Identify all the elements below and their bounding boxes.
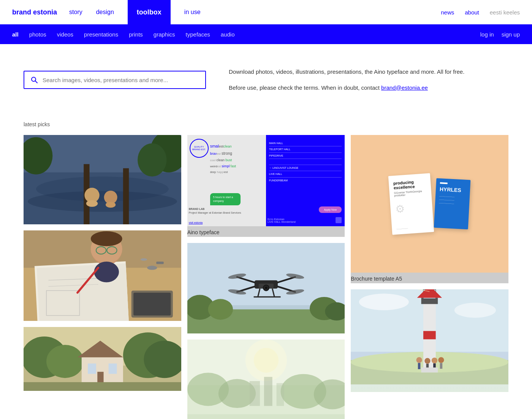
right-nav: news about eesti keeles [441,9,520,16]
photo-foggy-city [187,340,345,419]
svg-point-50 [208,299,233,320]
svg-point-27 [94,262,119,283]
list-item[interactable] [24,135,181,224]
sub-nav-left: all photos videos presentations prints g… [12,31,234,38]
item-label-aino: Aino typeface [187,226,345,237]
brochure-books: producingexcellence GGvertar TlorthGeorg… [390,175,469,233]
search-section [24,71,206,89]
svg-rect-102 [421,368,438,373]
svg-point-100 [439,357,444,363]
house-scene [24,327,181,391]
children-water-scene [24,135,181,224]
aino-bottom-right: Eстo EstonianLIVE HALL Wonderland [268,218,296,223]
svg-point-98 [432,357,437,363]
aino-design: QUALITY BRAND EST. smalestclean bravest … [187,135,345,226]
column-middle: QUALITY BRAND EST. smalestclean bravest … [187,135,345,419]
search-input-wrap[interactable] [24,71,206,89]
book-blue: HYRLES _________________________________… [434,178,470,230]
list-item[interactable]: producingexcellence GGvertar TlorthGeorg… [351,135,508,283]
description-text: Download photos, videos, illustrations, … [229,67,508,98]
svg-rect-47 [187,243,345,305]
signup-link[interactable]: sign up [502,31,520,38]
svg-point-11 [106,202,116,208]
svg-rect-45 [24,382,181,391]
svg-rect-23 [133,293,171,316]
svg-point-26 [91,231,122,246]
aino-visit: visit estonia [189,221,203,224]
brand-logo[interactable]: brand estonia [12,8,57,16]
svg-rect-81 [187,340,345,419]
subnav-typefaces[interactable]: typefaces [186,31,210,38]
photo-lighthouse [351,289,508,392]
book-white: producingexcellence GGvertar TlorthGeorg… [388,173,434,235]
description-line2: Before use, please check the terms. When… [229,83,508,93]
section-label: latest picks [24,121,508,127]
list-item[interactable] [24,230,181,321]
item-label-brochure: Brochure template A5 [351,273,508,283]
foggy-scene [187,340,345,419]
subnav-all[interactable]: all [12,31,19,38]
subnav-photos[interactable]: photos [29,31,46,38]
nav-news[interactable]: news [441,9,454,16]
aino-right-list: MAIN HALL TELEPORT HALL PIPEDRIVE → LING… [269,140,342,183]
nav-design[interactable]: design [96,9,114,16]
list-item[interactable] [24,327,181,391]
subnav-audio[interactable]: audio [221,31,235,38]
subnav-videos[interactable]: videos [57,31,73,38]
hero-row: Download photos, videos, illustrations, … [24,67,508,98]
svg-line-1 [35,81,38,83]
main-nav: story design toolbox in use [69,0,441,24]
description-line1: Download photos, videos, illustrations, … [229,67,508,77]
search-input[interactable] [43,77,199,83]
drawing-child-scene [24,230,181,321]
email-link[interactable]: brand@estonia.ee [381,84,428,91]
svg-point-85 [454,303,496,317]
svg-rect-101 [440,363,443,369]
svg-point-37 [46,345,84,378]
picks-grid: QUALITY BRAND EST. smalestclean bravest … [24,135,508,419]
photo-brochure: producingexcellence GGvertar TlorthGeorg… [351,135,508,273]
svg-rect-7 [123,168,129,224]
svg-point-96 [425,358,431,363]
subnav-prints[interactable]: prints [129,31,143,38]
svg-rect-31 [156,262,164,264]
aino-left-panel: QUALITY BRAND EST. smalestclean bravest … [187,135,266,226]
nav-story[interactable]: story [69,9,82,16]
svg-rect-42 [88,363,96,374]
nav-toolbox[interactable]: toolbox [128,0,171,24]
subnav-graphics[interactable]: graphics [154,31,175,38]
nav-about[interactable]: about [465,9,479,16]
aino-icon-block [336,217,342,223]
nav-language[interactable]: eesti keeles [490,9,520,16]
sub-nav-right: log in sign up [480,31,520,38]
main-content: Download photos, videos, illustrations, … [11,44,521,419]
svg-point-30 [141,258,147,261]
list-item[interactable]: QUALITY BRAND EST. smalestclean bravest … [187,135,345,237]
top-navigation: brand estonia story design toolbox in us… [0,0,532,24]
photo-drawing-child [24,230,181,321]
aino-bottom-left: BRAND LAB Project Manager at Estonian Br… [189,207,264,215]
subnav-presentations[interactable]: presentations [84,31,118,38]
aino-right-panel: MAIN HALL TELEPORT HALL PIPEDRIVE → LING… [266,135,345,226]
login-link[interactable]: log in [480,31,494,38]
photo-house [24,327,181,391]
search-icon [30,76,38,84]
svg-point-84 [359,294,409,310]
nav-inuse[interactable]: in use [184,9,201,16]
svg-point-94 [416,357,422,363]
svg-point-29 [147,266,157,270]
drone-scene [187,243,345,333]
sub-navigation: all photos videos presentations prints g… [0,24,532,44]
column-right: producingexcellence GGvertar TlorthGeorg… [351,135,508,419]
aino-wordcloud: smalestclean bravest strong cool clean b… [210,143,264,175]
aino-chat-bubble: 5 hours to start a company [210,193,241,205]
list-item[interactable] [351,289,508,392]
svg-point-9 [86,200,98,207]
lighthouse-scene [351,289,508,384]
svg-rect-89 [423,331,436,340]
photo-children-water [24,135,181,224]
svg-rect-43 [109,363,117,374]
list-item[interactable] [187,243,345,333]
column-left [24,135,181,419]
list-item[interactable] [187,340,345,419]
